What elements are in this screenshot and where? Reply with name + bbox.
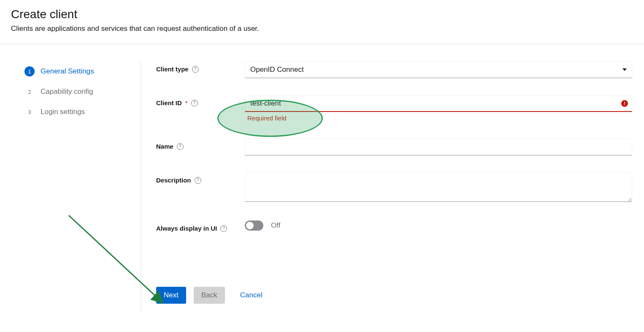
page-header: Create client Clients are applications a… bbox=[0, 0, 644, 44]
error-icon: ! bbox=[621, 100, 628, 107]
field-client-type: Client type ? OpenID Connect bbox=[156, 61, 632, 78]
label-col: Name ? bbox=[156, 139, 245, 150]
name-label: Name bbox=[156, 143, 173, 150]
client-type-value: OpenID Connect bbox=[250, 65, 304, 74]
step-label: Capability config bbox=[41, 87, 93, 96]
client-id-input[interactable] bbox=[245, 95, 632, 112]
control-col bbox=[245, 139, 632, 155]
step-number: 1 bbox=[24, 66, 35, 76]
label-col: Client ID * ? bbox=[156, 95, 245, 106]
description-input[interactable] bbox=[245, 172, 632, 202]
help-icon[interactable]: ? bbox=[195, 177, 201, 184]
step-number: 3 bbox=[24, 107, 35, 117]
description-label: Description bbox=[156, 177, 191, 184]
help-icon[interactable]: ? bbox=[192, 66, 199, 73]
always-display-label: Always display in UI bbox=[156, 225, 217, 232]
wizard-buttons: Next Back Cancel bbox=[156, 232, 632, 312]
step-number: 2 bbox=[24, 87, 35, 97]
chevron-down-icon bbox=[622, 68, 627, 71]
client-id-label: Client ID bbox=[156, 99, 182, 106]
help-icon[interactable]: ? bbox=[220, 225, 227, 232]
field-description: Description ? bbox=[156, 172, 632, 204]
cancel-button[interactable]: Cancel bbox=[233, 287, 270, 304]
field-client-id: Client ID * ? ! Required field bbox=[156, 95, 632, 122]
toggle-state-label: Off bbox=[271, 221, 280, 230]
control-col: Off bbox=[245, 220, 632, 231]
form-area: Client type ? OpenID Connect Client ID *… bbox=[141, 61, 644, 312]
client-type-label: Client type bbox=[156, 65, 189, 73]
field-name: Name ? bbox=[156, 139, 632, 155]
label-col: Description ? bbox=[156, 172, 245, 184]
page-content: 1 General Settings 2 Capability config 3… bbox=[0, 44, 644, 312]
step-label: General Settings bbox=[41, 67, 94, 76]
help-icon[interactable]: ? bbox=[191, 100, 198, 106]
page-description: Clients are applications and services th… bbox=[11, 24, 633, 33]
toggle-knob bbox=[246, 222, 254, 229]
step-capability-config[interactable]: 2 Capability config bbox=[23, 82, 141, 102]
client-type-select[interactable]: OpenID Connect bbox=[245, 61, 632, 78]
step-general-settings[interactable]: 1 General Settings bbox=[23, 61, 141, 82]
always-display-toggle[interactable] bbox=[245, 220, 263, 231]
wizard-stepper: 1 General Settings 2 Capability config 3… bbox=[23, 61, 141, 312]
control-col: OpenID Connect bbox=[245, 61, 632, 78]
client-id-error: Required field bbox=[247, 114, 632, 122]
step-login-settings[interactable]: 3 Login settings bbox=[23, 102, 141, 122]
required-indicator: * bbox=[185, 99, 188, 106]
field-always-display: Always display in UI ? Off bbox=[156, 220, 632, 232]
step-label: Login settings bbox=[41, 108, 85, 116]
help-icon[interactable]: ? bbox=[177, 143, 184, 150]
label-col: Always display in UI ? bbox=[156, 220, 245, 232]
label-col: Client type ? bbox=[156, 61, 245, 73]
form-fields: Client type ? OpenID Connect Client ID *… bbox=[156, 61, 632, 232]
control-col: ! Required field bbox=[245, 95, 632, 122]
toggle-row: Off bbox=[245, 220, 632, 231]
back-button[interactable]: Back bbox=[194, 287, 225, 304]
control-col bbox=[245, 172, 632, 204]
next-button[interactable]: Next bbox=[156, 287, 186, 304]
page-title: Create client bbox=[11, 8, 633, 21]
name-input[interactable] bbox=[245, 139, 632, 155]
